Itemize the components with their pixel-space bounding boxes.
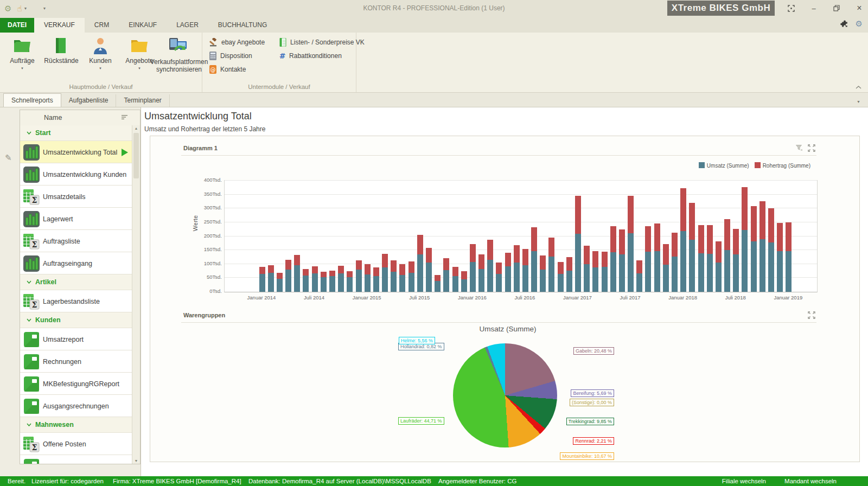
list-item[interactable]: ΣLagerbestandsliste [20,290,132,312]
stacked-bar[interactable] [636,260,642,292]
stacked-bar[interactable] [760,201,765,292]
stacked-bar[interactable] [742,187,748,292]
stacked-bar[interactable] [285,260,291,292]
stacked-bar[interactable] [399,264,405,292]
stacked-bar[interactable] [768,208,774,292]
gear-icon[interactable]: ⚙ [4,4,11,12]
stacked-bar[interactable] [409,261,414,292]
list-item-partial[interactable] [20,455,132,464]
stacked-bar[interactable] [522,249,528,292]
stacked-bar[interactable] [645,226,651,292]
restore-icon[interactable] [832,4,841,12]
stacked-bar[interactable] [268,265,274,292]
stacked-bar[interactable] [329,271,335,292]
list-item[interactable]: Rechnungen [20,350,132,373]
stacked-bar[interactable] [698,225,704,292]
maximize-icon[interactable] [808,144,815,152]
stacked-bar[interactable] [610,226,616,292]
list-item[interactable]: ΣOffene Posten [20,433,132,455]
sidebar-group-kunden[interactable]: Kunden [20,312,132,328]
stacked-bar[interactable] [443,258,449,292]
ribbon-button-hash[interactable]: #Rabattkonditionen [279,52,365,60]
sidebar-group-mahnwesen[interactable]: Mahnwesen [20,417,132,433]
tabs-dropdown-icon[interactable]: ▼ [857,100,860,104]
list-column-header[interactable]: Name [20,110,140,126]
stacked-bar[interactable] [426,248,432,292]
ribbon-collapse-button[interactable] [856,86,861,89]
run-report-icon[interactable] [122,149,128,156]
stacked-bar[interactable] [321,272,327,292]
stacked-bar[interactable] [470,244,476,292]
tab-schnellreports[interactable]: Schnellreports [3,93,61,107]
stacked-bar[interactable] [689,203,695,292]
stacked-bar[interactable] [680,188,686,292]
ribbon-button-folder-green[interactable]: Aufträge▼ [3,36,41,71]
list-item[interactable]: Ausgangsrechnungen [20,395,132,417]
stacked-bar[interactable] [654,223,660,292]
ribbon-button-contact-at[interactable]: @Kontakte [209,65,265,74]
sidebar-scrollbar[interactable]: ▲ ▼ [132,125,140,464]
stacked-bar[interactable] [365,264,371,292]
ribbon-button-person[interactable]: Kunden▼ [81,36,119,71]
stacked-bar[interactable] [303,269,309,292]
stacked-bar[interactable] [707,225,713,292]
stacked-bar[interactable] [391,260,397,292]
stacked-bar[interactable] [347,271,353,292]
ribbon-tab-einkauf[interactable]: EINKAUF [119,18,167,33]
stacked-bar[interactable] [338,266,344,292]
stacked-bar[interactable] [356,260,362,292]
settings-gear-icon[interactable]: ⚙ [856,20,863,28]
pencil-icon[interactable]: ✎ [5,153,12,163]
stacked-bar[interactable] [417,235,423,292]
ribbon-button-gavel[interactable]: ebay Angebote [209,38,265,47]
stacked-bar[interactable] [575,196,581,292]
stacked-bar[interactable] [584,246,590,292]
list-item[interactable]: Lagerwert [20,208,132,230]
sort-icon[interactable] [122,115,128,120]
stacked-bar[interactable] [312,266,318,292]
tab-aufgabenliste[interactable]: Aufgabenliste [61,94,117,107]
stacked-bar[interactable] [435,275,441,292]
stacked-bar[interactable] [461,271,467,292]
stacked-bar[interactable] [592,251,598,292]
stacked-bar[interactable] [628,196,634,292]
status-action-mandant[interactable]: Mandant wechseln [784,476,837,486]
ribbon-button-book-green[interactable]: Rückstände [42,36,80,66]
stacked-bar[interactable] [663,244,669,292]
stacked-bar[interactable] [672,233,678,292]
stacked-bar[interactable] [505,253,511,292]
stacked-bar[interactable] [452,267,458,292]
stacked-bar[interactable] [382,254,388,292]
stacked-bar[interactable] [277,273,283,292]
scrollbar-thumb[interactable] [133,133,139,178]
stacked-bar[interactable] [566,257,572,292]
stacked-bar[interactable] [548,238,554,292]
stacked-bar[interactable] [786,222,792,292]
list-item[interactable]: ΣAuftragsliste [20,230,132,252]
stacked-bar[interactable] [514,245,520,292]
qat-customize-dropdown[interactable]: ▼ [43,7,47,10]
list-item[interactable]: Umsatzentwicklung Total [20,141,132,163]
list-item[interactable]: Umsatzreport [20,328,132,350]
stacked-bar[interactable] [373,267,379,292]
list-item[interactable]: MKBefestigungRGReport [20,373,132,395]
ribbon-tab-lager[interactable]: LAGER [167,18,208,33]
sidebar-group-start[interactable]: Start [20,125,132,141]
capture-icon[interactable] [787,4,795,12]
stacked-bar[interactable] [602,252,608,292]
list-item[interactable]: Umsatzentwicklung Kunden [20,163,132,186]
status-action-filiale[interactable]: Filiale wechseln [722,476,766,486]
stacked-bar[interactable] [777,223,783,292]
stacked-bar[interactable] [724,219,730,292]
touch-mode-button[interactable]: ☝ ▼ [17,4,27,12]
stacked-bar[interactable] [733,229,739,292]
stacked-bar[interactable] [294,255,300,292]
ribbon-tab-buchhaltung[interactable]: BUCHHALTUNG [208,18,277,33]
stacked-bar[interactable] [478,254,484,292]
ribbon-button-sync-monitor[interactable]: Verkaufsplattformen synchronisieren [159,36,199,75]
ribbon-tab-crm[interactable]: CRM [85,18,119,33]
puzzle-icon[interactable] [840,19,849,28]
scroll-up-icon[interactable]: ▲ [132,126,140,130]
stacked-bar[interactable] [496,263,502,292]
stacked-bar[interactable] [619,229,625,292]
